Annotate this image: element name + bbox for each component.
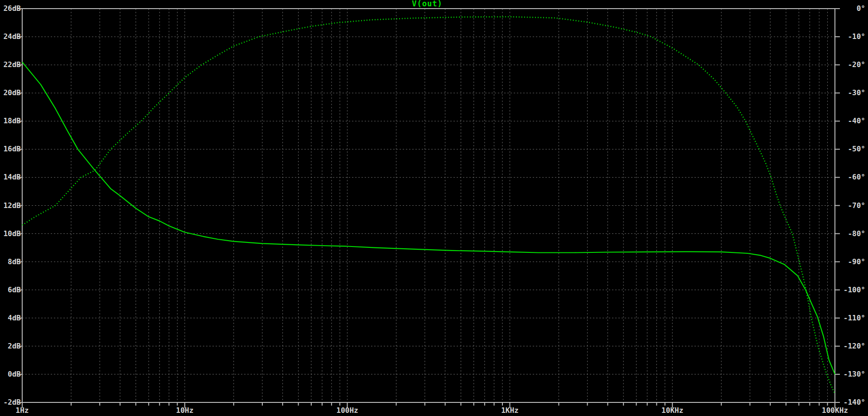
- left-axis-tick-label: 12dB: [3, 201, 21, 210]
- left-axis-tick-label: -2dB: [3, 398, 21, 406]
- left-axis-tick-label: 22dB: [3, 60, 21, 69]
- right-axis-tick-label: -120°: [844, 342, 865, 350]
- left-axis-tick-label: 4dB: [8, 314, 21, 322]
- right-axis-tick-label: -40°: [848, 116, 865, 125]
- x-axis-tick-label: 100Hz: [337, 406, 358, 415]
- left-axis-tick-label: 14dB: [3, 173, 21, 181]
- bode-plot: 26dB24dB22dB20dB18dB16dB14dB12dB10dB8dB6…: [0, 0, 868, 416]
- right-axis-tick-label: -100°: [844, 285, 865, 294]
- right-axis-tick-label: -140°: [844, 398, 865, 406]
- right-axis-tick-label: -20°: [848, 60, 865, 69]
- left-axis-tick-label: 10dB: [3, 229, 21, 238]
- left-axis-tick-label: 24dB: [3, 32, 21, 41]
- left-axis-tick-label: 0dB: [8, 370, 21, 378]
- left-axis-tick-label: 16dB: [3, 145, 21, 153]
- left-axis-tick-label: 6dB: [8, 285, 21, 294]
- x-axis-tick-label: 10KHz: [661, 406, 683, 415]
- right-axis-tick-label: 0°: [857, 4, 865, 13]
- right-axis-tick-label: -110°: [844, 314, 865, 322]
- right-axis-tick-label: -50°: [848, 145, 865, 153]
- plot-title[interactable]: V(out): [412, 0, 442, 8]
- x-axis-tick-label: 1Hz: [16, 406, 29, 415]
- left-axis-tick-label: 18dB: [3, 116, 21, 125]
- right-axis-tick-label: -90°: [848, 257, 865, 266]
- right-axis-tick-label: -30°: [848, 88, 865, 97]
- waveform-viewer-pane: 26dB24dB22dB20dB18dB16dB14dB12dB10dB8dB6…: [0, 0, 868, 416]
- left-axis-tick-label: 26dB: [3, 4, 21, 13]
- left-axis-tick-label: 8dB: [8, 257, 21, 266]
- x-axis-tick-label: 100KHz: [822, 406, 848, 415]
- x-axis-tick-label: 1KHz: [501, 406, 519, 415]
- x-axis-tick-label: 10Hz: [176, 406, 194, 415]
- right-axis-tick-label: -10°: [848, 32, 865, 41]
- right-axis-tick-label: -70°: [848, 201, 865, 210]
- right-axis-tick-label: -60°: [848, 173, 865, 181]
- right-axis-tick-label: -80°: [848, 229, 865, 238]
- right-axis-tick-label: -130°: [844, 370, 865, 378]
- left-axis-tick-label: 2dB: [8, 342, 21, 350]
- left-axis-tick-label: 20dB: [3, 88, 21, 97]
